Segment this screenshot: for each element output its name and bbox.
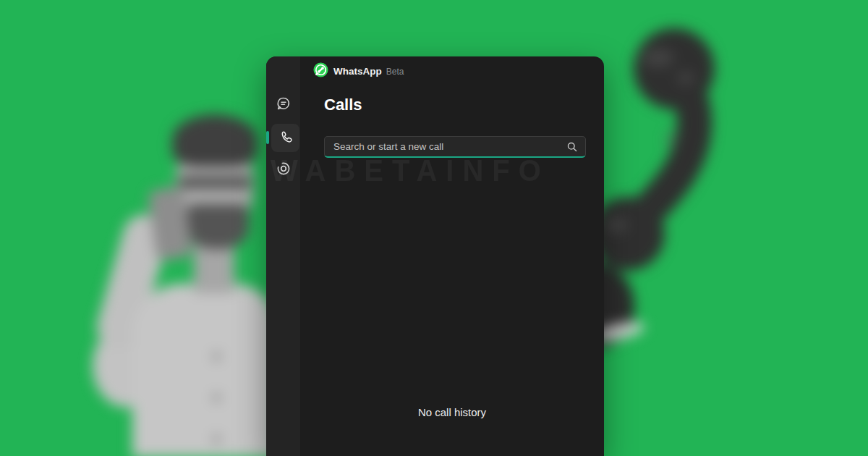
app-title: WhatsApp xyxy=(333,66,382,77)
chat-bubble-icon xyxy=(276,96,292,114)
app-header: WhatsApp Beta xyxy=(313,62,404,80)
phone-icon xyxy=(278,129,294,148)
man-beard xyxy=(187,204,249,249)
man-torso xyxy=(132,284,277,456)
empty-call-history-message: No call history xyxy=(300,406,604,418)
selected-tab-indicator xyxy=(266,131,269,144)
blurred-telephone-handset-photo xyxy=(584,20,736,360)
search-bar xyxy=(324,136,586,158)
sidebar-item-chats[interactable] xyxy=(272,94,295,116)
search-icon xyxy=(567,142,577,152)
man-shirt-buttons xyxy=(214,318,219,456)
whatsapp-logo-icon xyxy=(313,62,328,80)
status-ring-icon xyxy=(276,161,292,180)
sidebar-item-calls[interactable] xyxy=(271,124,299,152)
search-input[interactable] xyxy=(325,141,567,152)
man-glasses xyxy=(178,177,252,188)
man-hair xyxy=(172,114,258,166)
page-title: Calls xyxy=(324,96,362,114)
beta-badge: Beta xyxy=(386,67,404,77)
calls-panel: WhatsApp Beta Calls No call history xyxy=(300,56,604,456)
desktop-background: WABETAINFO xyxy=(0,0,868,456)
navigation-sidebar xyxy=(266,56,300,456)
sidebar-item-status[interactable] xyxy=(272,159,295,181)
whatsapp-window: WABETAINFO xyxy=(266,56,604,456)
